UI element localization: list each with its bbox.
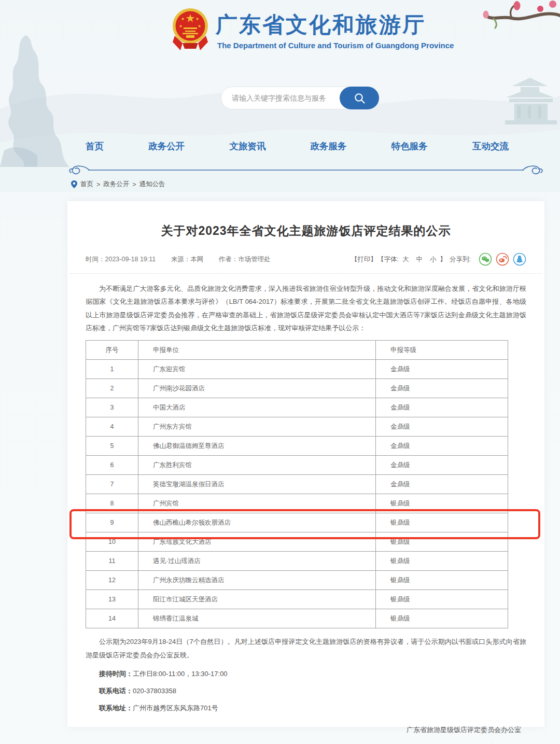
print-button[interactable]: 【打印】 (351, 255, 377, 264)
table-header-row: 序号 申报单位 申报等级 (86, 341, 508, 360)
grade-value: 金鼎级 (376, 360, 508, 379)
table-row: 2 广州南沙花园酒店 金鼎级 (86, 379, 508, 398)
hotel-name: 广州宾馆 (138, 494, 376, 513)
breadcrumb-link[interactable]: 政务公开 (103, 180, 129, 189)
breadcrumb-separator: > (132, 181, 136, 188)
row-index: 5 (86, 437, 138, 456)
article-source: 来源：本网 (171, 256, 204, 263)
address-label: 联系地址： (99, 704, 133, 712)
nav-item[interactable]: 互动交流 (472, 140, 509, 152)
row-index: 14 (86, 609, 138, 628)
grade-value: 银鼎级 (376, 571, 508, 590)
ornamental-divider (67, 163, 544, 177)
table-row: 9 佛山西樵山希尔顿欢朋酒店 银鼎级 (86, 513, 508, 532)
publish-time: 时间：2023-09-18 19:11 (86, 256, 156, 263)
hotel-name: 遇见·过山瑶酒店 (138, 552, 376, 571)
search-bar (221, 87, 379, 109)
nav-item[interactable]: 首页 (86, 140, 104, 152)
site-subtitle: The Department of Culture and Tourism of… (217, 41, 454, 50)
row-index: 7 (86, 475, 138, 494)
grade-value: 银鼎级 (376, 532, 508, 552)
table-row: 8 广州宾馆 银鼎级 (86, 494, 508, 513)
grade-value: 金鼎级 (376, 417, 508, 437)
reception-label: 接待时间： (99, 670, 133, 678)
grade-value: 银鼎级 (376, 552, 508, 571)
svg-text:★: ★ (198, 24, 201, 29)
national-emblem-logo: ★★ ★★ (171, 7, 209, 52)
row-index: 10 (86, 532, 138, 552)
grade-value: 银鼎级 (376, 513, 508, 532)
row-index: 12 (86, 571, 138, 590)
hotel-name: 广州南沙花园酒店 (138, 379, 376, 398)
font-size-label-close: 】 (440, 255, 447, 264)
hotel-name: 英德宝墩湖温泉假日酒店 (138, 475, 376, 494)
address-value: 广州市越秀区东风东路701号 (133, 704, 218, 712)
hotel-name: 广州东方宾馆 (138, 417, 376, 437)
results-table-wrap: 序号 申报单位 申报等级 1 广东迎宾馆 金鼎级 2 广州南沙花园酒店 金鼎级 (86, 340, 508, 628)
grade-value: 金鼎级 (376, 379, 508, 398)
grade-value: 银鼎级 (376, 590, 508, 609)
hotel-name: 佛山君御温德姆至尊酒店 (138, 437, 376, 456)
grade-value: 金鼎级 (376, 456, 508, 475)
phone-label: 联系电话： (99, 687, 133, 695)
row-index: 8 (86, 494, 138, 513)
table-row: 14 锦绣香江温泉城 银鼎级 (86, 609, 508, 628)
qq-share-icon[interactable] (513, 252, 526, 266)
signature: 广东省旅游星级饭店评定委员会办公室 (86, 725, 521, 735)
reception-hours-line: 接待时间：工作日8:00-11:00，13:30-17:00 (86, 669, 526, 679)
article-intro-paragraph: 为不断满足广大游客多元化、品质化旅游文化消费需求，深入推进我省旅游住宿业转型升级… (86, 282, 526, 334)
article-card: 关于对2023年全省文化主题旅游饭店评定结果的公示 时间：2023-09-18 … (67, 201, 544, 727)
share-icons (475, 252, 526, 266)
meta-separator (71, 273, 541, 274)
article-author: 作者：市场管理处 (219, 256, 271, 263)
hotel-name: 中国大酒店 (138, 398, 376, 417)
grade-value: 银鼎级 (376, 494, 508, 513)
search-button[interactable] (340, 87, 379, 109)
nav-item[interactable]: 政务服务 (311, 140, 347, 152)
location-pin-icon (71, 180, 77, 188)
phone-value: 020-37803358 (133, 687, 176, 695)
table-row: 4 广州东方宾馆 金鼎级 (86, 417, 508, 437)
hotel-name: 阳江市江城区天堡酒店 (138, 590, 376, 609)
grade-value: 金鼎级 (376, 475, 508, 494)
font-size-option[interactable]: 大 (402, 255, 409, 264)
site-title: 广东省文化和旅游厅 (216, 10, 426, 39)
table-row: 13 阳江市江城区天堡酒店 银鼎级 (86, 590, 508, 609)
hotel-name: 佛山西樵山希尔顿欢朋酒店 (138, 513, 376, 532)
wechat-share-icon[interactable] (479, 252, 492, 266)
table-row: 3 中国大酒店 金鼎级 (86, 398, 508, 417)
hotel-name: 广东胜利宾馆 (138, 456, 376, 475)
col-header-grade: 申报等级 (376, 341, 508, 360)
col-header-index: 序号 (86, 341, 138, 360)
weibo-share-icon[interactable] (496, 252, 509, 266)
table-row: 12 广州永庆坊瞻云精选酒店 银鼎级 (86, 571, 508, 590)
svg-text:★: ★ (195, 17, 199, 21)
page: ★★ ★★ 广东省文化和旅游厅 The Department of Cultur… (0, 0, 560, 744)
breadcrumb: 首页 > 政务公开 > 通知公告 (71, 180, 172, 189)
breadcrumb-link[interactable]: 通知公告 (139, 180, 165, 189)
row-index: 2 (86, 379, 138, 398)
nav-item[interactable]: 文旅资讯 (229, 140, 265, 152)
reception-value: 工作日8:00-11:00，13:30-17:00 (133, 670, 228, 678)
col-header-hotel: 申报单位 (138, 341, 376, 360)
row-index: 9 (86, 513, 138, 532)
grade-value: 金鼎级 (376, 437, 508, 456)
row-index: 11 (86, 552, 138, 571)
nav-item[interactable]: 特色服务 (391, 140, 428, 152)
phone-line: 联系电话：020-37803358 (86, 686, 526, 696)
article-title: 关于对2023年全省文化主题旅游饭店评定结果的公示 (86, 223, 526, 239)
svg-text:★: ★ (179, 24, 183, 29)
nav-item[interactable]: 政务公开 (148, 140, 185, 152)
row-index: 3 (86, 398, 138, 417)
table-row: 5 佛山君御温德姆至尊酒店 金鼎级 (86, 437, 508, 456)
hotel-name: 广东瑶族文化大酒店 (138, 532, 376, 552)
font-size-option[interactable]: 中 (416, 255, 423, 264)
font-size-option[interactable]: 小 (430, 255, 437, 264)
search-icon (354, 92, 366, 104)
closing-paragraph: 公示期为2023年9月18-24日（7个自然日）。凡对上述饭店申报评定文化主题旅… (86, 635, 526, 662)
table-row: 10 广东瑶族文化大酒店 银鼎级 (86, 532, 508, 552)
svg-text:★: ★ (181, 17, 185, 21)
table-row: 11 遇见·过山瑶酒店 银鼎级 (86, 552, 508, 571)
grade-value: 金鼎级 (376, 398, 508, 417)
breadcrumb-link[interactable]: 首页 (80, 180, 93, 189)
